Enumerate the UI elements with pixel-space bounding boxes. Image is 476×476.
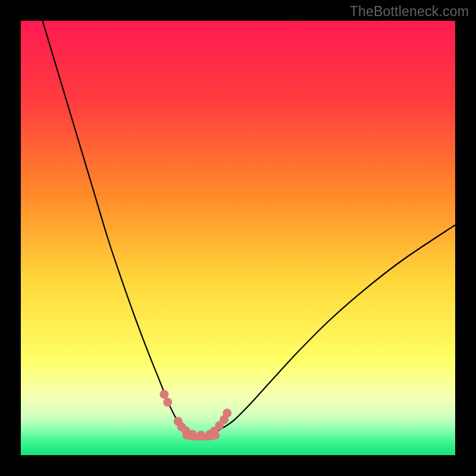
curve-layer [21,21,455,455]
data-dot [196,431,205,440]
left-curve [43,21,190,434]
watermark-text: TheBottleneck.com [350,4,469,20]
chart-frame: TheBottleneck.com [0,0,476,476]
plot-area [21,21,455,455]
data-dot [223,409,231,418]
dot-group [159,390,231,440]
data-dot [188,430,197,439]
right-curve [212,225,455,433]
data-dot [159,390,168,399]
data-dot [163,397,172,406]
